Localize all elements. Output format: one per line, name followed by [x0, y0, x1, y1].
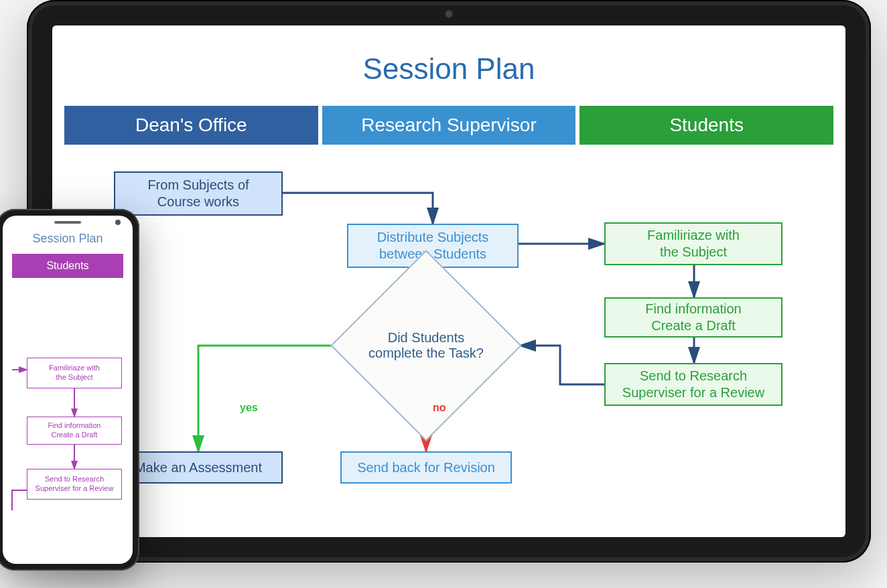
node-label: Send to ResearchSuperviser for a Review: [622, 368, 764, 401]
tablet-frame: Session Plan Dean's Office Research Supe…: [27, 0, 871, 563]
node-label: Send to ResearchSuperviser for a Review: [36, 475, 114, 494]
lane-header-students: Students: [579, 106, 833, 145]
tablet-camera: [446, 11, 452, 17]
phone-node-find-info[interactable]: Find informationCreate a Draft: [27, 417, 122, 445]
phone-lane-students: Students: [12, 254, 123, 278]
node-send-review[interactable]: Send to ResearchSuperviser for a Review: [604, 363, 782, 406]
phone-screen: Session Plan Students: [3, 216, 133, 564]
node-label: Did Studentscomplete the Task?: [332, 292, 520, 399]
diagram-session-plan: Session Plan Dean's Office Research Supe…: [52, 25, 845, 537]
node-label: From Subjects ofCourse works: [147, 177, 249, 210]
swimlane-headers: Dean's Office Research Supervisor Studen…: [64, 106, 833, 145]
diagram-title: Session Plan: [52, 52, 845, 86]
edge-label-yes: yes: [240, 402, 258, 414]
node-find-info[interactable]: Find informationCreate a Draft: [604, 297, 782, 338]
node-decision[interactable]: Did Studentscomplete the Task?: [332, 292, 520, 399]
phone-diagram: Session Plan Students: [3, 216, 133, 564]
phone-diagram-title: Session Plan: [3, 232, 133, 246]
tablet-screen: Session Plan Dean's Office Research Supe…: [52, 25, 845, 537]
node-label: Make an Assessment: [135, 459, 262, 476]
node-label: Familiriaze withthe Subject: [647, 227, 740, 261]
edge-label-no: no: [433, 402, 446, 414]
lane-header-supervisor: Research Supervisor: [322, 106, 576, 145]
canvas: Session Plan Dean's Office Research Supe…: [0, 0, 887, 588]
tablet-device: Session Plan Dean's Office Research Supe…: [27, 0, 871, 563]
node-send-revision[interactable]: Send back for Revision: [340, 451, 512, 484]
lane-header-dean: Dean's Office: [64, 106, 318, 145]
node-label: Find informationCreate a Draft: [645, 301, 741, 334]
node-label: Familiriaze withthe Subject: [49, 364, 100, 382]
phone-node-familiarize[interactable]: Familiriaze withthe Subject: [27, 358, 122, 388]
phone-node-send-review[interactable]: Send to ResearchSuperviser for a Review: [27, 469, 122, 500]
node-label: Send back for Revision: [357, 459, 495, 476]
node-familiarize[interactable]: Familiriaze withthe Subject: [604, 222, 782, 265]
phone-frame: Session Plan Students: [0, 209, 139, 571]
diagram-body: From Subjects ofCourse works Distribute …: [64, 145, 833, 525]
phone-device: Session Plan Students: [0, 209, 139, 571]
node-label: Find informationCreate a Draft: [48, 421, 101, 440]
